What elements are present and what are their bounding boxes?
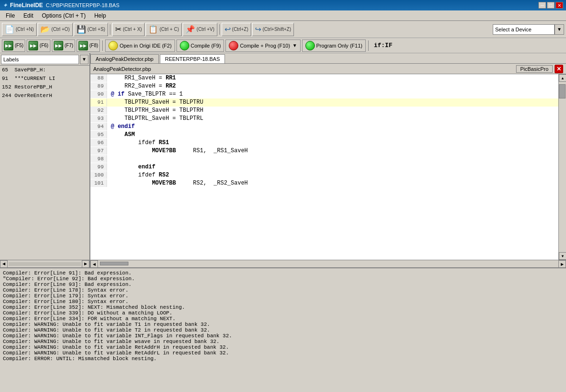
maximize-button[interactable]: □ bbox=[547, 2, 555, 9]
output-panel: Compiler: Error[Line 91]: Bad expression… bbox=[0, 267, 566, 392]
labels-horizontal-scrollbar[interactable]: ◀ ▶ bbox=[0, 260, 89, 267]
compile-button[interactable]: Compile (F9) bbox=[176, 39, 224, 52]
list-item[interactable]: 152 RestorePBP_H bbox=[1, 84, 88, 90]
code-content[interactable]: RR1_SaveH = RR1 bbox=[107, 74, 558, 82]
menu-options[interactable]: Options (Ctrl + T) bbox=[38, 11, 89, 20]
code-content[interactable]: ifdef RS1 bbox=[107, 139, 558, 147]
code-content[interactable]: MOVE?BB RS2, _RS2_SaveH bbox=[107, 179, 558, 187]
code-line-96: 96 ifdef RS1 bbox=[90, 139, 558, 147]
minimize-button[interactable]: ─ bbox=[538, 2, 546, 9]
new-label: (Ctrl +N) bbox=[16, 27, 34, 32]
labels-dropdown-arrow[interactable]: ▼ bbox=[80, 55, 88, 64]
code-line-99: 99 endif bbox=[90, 163, 558, 171]
left-scroll-right-button[interactable]: ▶ bbox=[82, 260, 89, 268]
title-bar: ✦ FineLineIDE C:\PBP\REENTERPBP-18.BAS ─… bbox=[0, 0, 566, 10]
scroll-thumb[interactable] bbox=[559, 84, 566, 98]
output-line: Compiler: Error[Line 179]: Syntax error. bbox=[3, 293, 563, 299]
list-item[interactable]: 65 SavePBP_H: bbox=[1, 67, 88, 73]
device-selector: ▼ bbox=[493, 24, 564, 35]
tab-reenterpbp[interactable]: REENTERPBP-18.BAS bbox=[160, 54, 225, 63]
paste-button[interactable]: 📌 (Ctrl +V) bbox=[183, 23, 217, 36]
scroll-track bbox=[559, 82, 566, 252]
code-line-97: 97 MOVE?BB RS1, _RS1_SaveH bbox=[90, 147, 558, 155]
left-scroll-left-button[interactable]: ◀ bbox=[0, 260, 8, 268]
tab-analogpeak[interactable]: AnalogPeakDetector.pbp bbox=[90, 54, 159, 63]
scroll-down-button[interactable]: ▼ bbox=[559, 252, 566, 260]
toolbar-separator-2 bbox=[219, 24, 220, 35]
code-content[interactable]: ifdef RS2 bbox=[107, 171, 558, 179]
scroll-right-button[interactable]: ▶ bbox=[558, 260, 566, 268]
output-line: Compiler: WARNING: Unable to fit variabl… bbox=[3, 322, 563, 327]
code-line-93: 93 TBLPTRL_SaveH = TBLPTRL bbox=[90, 115, 558, 123]
device-dropdown-button[interactable]: ▼ bbox=[555, 24, 564, 35]
code-content[interactable]: RR2_SaveH = RR2 bbox=[107, 82, 558, 90]
menu-edit[interactable]: Edit bbox=[20, 11, 37, 20]
tab-bar: AnalogPeakDetector.pbp REENTERPBP-18.BAS bbox=[90, 53, 566, 64]
line-number: 96 bbox=[90, 139, 107, 147]
editor-vertical-scrollbar[interactable]: ▲ ▼ bbox=[558, 74, 566, 260]
compile-prog-dropdown-icon[interactable]: ▼ bbox=[293, 43, 297, 48]
if-display: if:IF bbox=[371, 41, 395, 50]
code-content[interactable]: @ if Save_TBLPTR == 1 bbox=[107, 90, 558, 98]
f7-icon: ▶▶ bbox=[54, 41, 63, 50]
f7-button[interactable]: ▶▶ (F7) bbox=[52, 39, 75, 52]
line-number: 97 bbox=[90, 147, 107, 155]
code-content[interactable]: @ endif bbox=[107, 123, 558, 130]
output-content: Compiler: Error[Line 91]: Bad expression… bbox=[0, 268, 566, 392]
undo-button[interactable]: ↩ (Ctrl+Z) bbox=[222, 23, 251, 36]
left-scroll-track[interactable] bbox=[9, 262, 81, 266]
labels-dropdown[interactable] bbox=[1, 55, 79, 64]
code-content[interactable]: endif bbox=[107, 163, 558, 171]
code-line-94: 94 @ endif bbox=[90, 123, 558, 131]
code-content[interactable]: MOVE?BB RS1, _RS1_SaveH bbox=[107, 147, 558, 155]
scroll-up-button[interactable]: ▲ bbox=[559, 74, 566, 82]
paste-label: (Ctrl +V) bbox=[196, 27, 215, 32]
f8-label: (F8) bbox=[89, 43, 98, 48]
app-name: FineLineIDE bbox=[10, 2, 43, 9]
save-icon: 💾 bbox=[77, 25, 86, 34]
f8-icon: ▶▶ bbox=[78, 41, 88, 50]
labels-list: 65 SavePBP_H: 91 ***CURRENT LI 152 Resto… bbox=[0, 66, 89, 260]
cut-icon: ✂ bbox=[115, 25, 121, 34]
close-button[interactable]: ✕ bbox=[556, 2, 563, 9]
new-button[interactable]: 📄 (Ctrl +N) bbox=[2, 23, 37, 36]
f8-button[interactable]: ▶▶ (F8) bbox=[77, 39, 100, 52]
code-content[interactable]: TBLPTRH_SaveH = TBLPTRH bbox=[107, 107, 558, 114]
compile-prog-button[interactable]: Compile + Prog (F10) ▼ bbox=[225, 39, 300, 52]
close-editor-button[interactable]: ✕ bbox=[555, 65, 563, 73]
output-line: Compiler: WARNING: Unable to fit variabl… bbox=[3, 350, 563, 356]
output-line: Compiler: Error[Line 91]: Bad expression… bbox=[3, 270, 563, 276]
h-scroll-thumb[interactable] bbox=[100, 262, 128, 265]
editor-horizontal-scrollbar[interactable]: ◀ ▶ bbox=[90, 260, 566, 267]
save-label: (Ctrl +S) bbox=[88, 27, 106, 32]
code-content[interactable]: TBLPTRU_SaveH = TBLPTRU bbox=[107, 98, 558, 106]
copy-button[interactable]: 📋 (Ctrl + C) bbox=[146, 23, 182, 36]
line-number: 94 bbox=[90, 123, 107, 130]
device-input[interactable] bbox=[493, 24, 555, 35]
code-content[interactable] bbox=[107, 155, 558, 163]
scroll-left-button[interactable]: ◀ bbox=[90, 260, 98, 268]
menu-help[interactable]: Help bbox=[90, 11, 110, 20]
output-line: Compiler: Error[Line 339]: DO without a … bbox=[3, 310, 563, 316]
list-item[interactable]: 244 OverReEnterH bbox=[1, 92, 88, 99]
open-origi-button[interactable]: Open in Origi IDE (F2) bbox=[105, 39, 175, 52]
undo-icon: ↩ bbox=[224, 25, 231, 34]
code-content[interactable]: ASM bbox=[107, 131, 558, 138]
list-item[interactable]: 91 ***CURRENT LI bbox=[1, 75, 88, 82]
compile-icon bbox=[180, 41, 189, 50]
f6-button[interactable]: ▶▶ (F6) bbox=[27, 39, 50, 52]
picbasicpro-button[interactable]: PicBasicPro bbox=[516, 65, 553, 73]
code-content[interactable]: TBLPTRL_SaveH = TBLPTRL bbox=[107, 115, 558, 122]
toolbar2-sep2 bbox=[368, 40, 369, 51]
open-button[interactable]: 📂 (Ctrl +O) bbox=[38, 23, 73, 36]
menu-file[interactable]: File bbox=[2, 11, 19, 20]
output-line: Compiler: Error[Line 352]: NEXT: Mismatc… bbox=[3, 304, 563, 310]
code-line-91: 91 TBLPTRU_SaveH = TBLPTRU bbox=[90, 98, 558, 107]
f5-button[interactable]: ▶▶ (F5) bbox=[2, 39, 25, 52]
redo-button[interactable]: ↪ (Ctrl+Shift+Z) bbox=[252, 23, 294, 36]
program-only-button[interactable]: Program Only (F11) bbox=[302, 39, 366, 52]
line-number: 88 bbox=[90, 74, 107, 82]
cut-button[interactable]: ✂ (Ctrl + X) bbox=[112, 23, 145, 36]
save-button[interactable]: 💾 (Ctrl +S) bbox=[74, 23, 108, 36]
output-line: Compiler: WARNING: Unable to fit variabl… bbox=[3, 327, 563, 333]
